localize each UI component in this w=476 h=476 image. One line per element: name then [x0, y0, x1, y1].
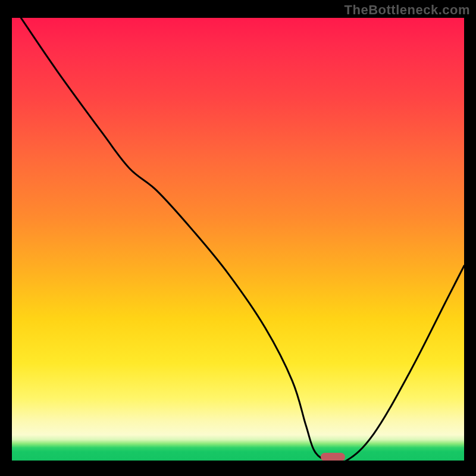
bottleneck-curve — [12, 18, 464, 461]
watermark-text: TheBottleneck.com — [345, 2, 470, 18]
chart-frame: TheBottleneck.com — [0, 0, 476, 476]
optimal-marker — [321, 453, 346, 461]
plot-area — [12, 18, 464, 461]
curve-path — [21, 18, 464, 461]
